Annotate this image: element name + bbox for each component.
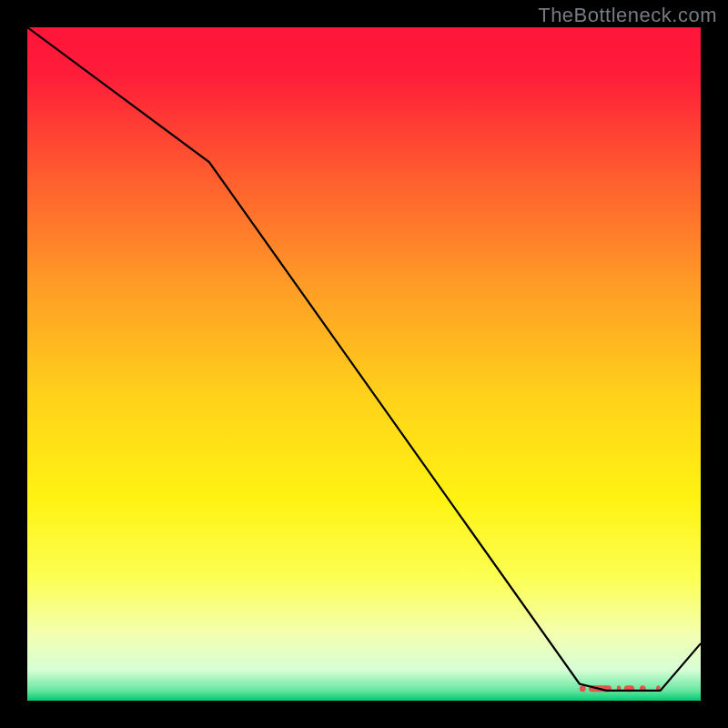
- gradient-background: [27, 27, 701, 701]
- chart-svg: [27, 27, 701, 701]
- svg-rect-0: [580, 685, 586, 692]
- watermark-text: TheBottleneck.com: [538, 4, 717, 27]
- chart-stage: TheBottleneck.com: [0, 0, 728, 728]
- plot-area: [27, 27, 701, 701]
